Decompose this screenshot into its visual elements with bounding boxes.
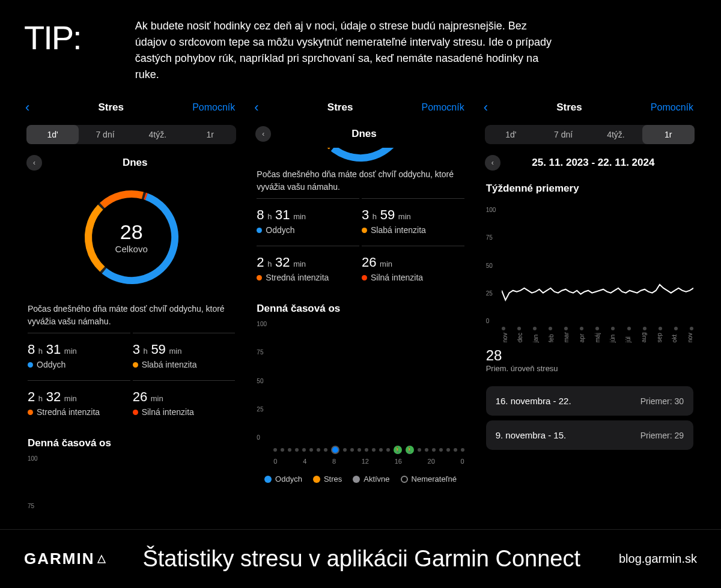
metric-Silná intenzita: 26 minSilná intenzita xyxy=(133,380,236,425)
weekly-averages-title: Týždenné priemery xyxy=(478,177,702,201)
prev-date-button[interactable]: ‹ xyxy=(26,155,42,171)
page-title: Stres xyxy=(98,102,124,114)
timeline-title: Denná časová os xyxy=(248,291,472,321)
metric-Oddych: 8 h 31 minOddych xyxy=(28,333,130,378)
overall-stress-value: 28 xyxy=(115,220,148,244)
back-icon[interactable]: ‹ xyxy=(484,100,488,115)
segment-1d'[interactable]: 1d' xyxy=(26,125,79,144)
overall-stress-label: Celkovo xyxy=(115,244,148,254)
legend-Aktívne: Aktívne xyxy=(353,474,389,483)
metric-Stredná intenzita: 2 h 32 minStredná intenzita xyxy=(28,380,130,425)
page-title: Stres xyxy=(556,102,582,114)
screen-day-scrolled: ‹ Stres Pomocník ‹ Dnes Počas dnešného d… xyxy=(248,95,472,509)
prev-date-button[interactable]: ‹ xyxy=(255,126,271,142)
stress-description: Počas dnešného dňa máte dosť chvíľ oddyc… xyxy=(19,298,243,333)
page-title: Stres xyxy=(327,102,353,114)
segment-1d'[interactable]: 1d' xyxy=(485,125,537,144)
week-row[interactable]: 9. novembra - 15.Priemer: 29 xyxy=(486,420,693,450)
segment-1r[interactable]: 1r xyxy=(642,125,695,144)
avg-stress-label: Priem. úroveň stresu xyxy=(486,364,693,373)
help-link[interactable]: Pomocník xyxy=(651,102,693,113)
metric-Stredná intenzita: 2 h 32 minStredná intenzita xyxy=(257,246,359,291)
daily-timeline-chart-cropped: 10075 xyxy=(28,455,235,509)
back-icon[interactable]: ‹ xyxy=(254,100,258,115)
time-range-segment[interactable]: 1d'7 dní4týž.1r xyxy=(26,125,236,144)
tip-text: Ak budete nosiť hodinky cez deň aj v noc… xyxy=(135,18,556,83)
screen-year: ‹ Stres Pomocník 1d'7 dní4týž.1r ‹ 25. 1… xyxy=(478,95,702,509)
date-label: Dnes xyxy=(278,128,449,140)
stress-donut-bottom-slice xyxy=(309,148,412,163)
metric-Oddych: 8 h 31 minOddych xyxy=(257,198,359,243)
metric-Silná intenzita: 26 minSilná intenzita xyxy=(362,246,464,291)
avg-stress-value: 28 xyxy=(486,347,693,364)
tip-label: TIP: xyxy=(24,18,81,57)
daily-timeline-chart: 1007550250 xyxy=(257,321,464,441)
footer-title: Štatistiky stresu v aplikácii Garmin Con… xyxy=(142,546,619,572)
stress-description: Počas dnešného dňa máte dosť chvíľ oddyc… xyxy=(248,163,472,198)
date-range-label: 25. 11. 2023 - 22. 11. 2024 xyxy=(508,157,679,169)
segment-7 dní[interactable]: 7 dní xyxy=(537,125,589,144)
back-icon[interactable]: ‹ xyxy=(25,100,29,115)
help-link[interactable]: Pomocník xyxy=(422,102,464,113)
footer-url: blog.garmin.sk xyxy=(619,552,697,566)
prev-date-button[interactable]: ‹ xyxy=(485,155,500,171)
zigzag-border xyxy=(0,580,721,588)
screen-day: ‹ Stres Pomocník 1d'7 dní4týž.1r ‹ Dnes … xyxy=(19,95,243,509)
legend-Nemerateľné: Nemerateľné xyxy=(401,474,457,483)
legend-Stres: Stres xyxy=(313,474,342,483)
weekly-averages-chart: 1007550250 novdecjanfebmaraprmájjúnjúlau… xyxy=(486,207,693,339)
svg-point-5 xyxy=(309,148,412,163)
date-label: Dnes xyxy=(49,157,221,169)
segment-4týž.[interactable]: 4týž. xyxy=(132,125,184,144)
time-range-segment[interactable]: 1d'7 dní4týž.1r xyxy=(485,125,695,144)
legend-Oddych: Oddych xyxy=(264,474,302,483)
week-row[interactable]: 16. novembra - 22.Priemer: 30 xyxy=(486,386,693,416)
segment-1r[interactable]: 1r xyxy=(184,125,236,144)
timeline-title: Denná časová os xyxy=(19,425,243,455)
segment-4týž.[interactable]: 4týž. xyxy=(589,125,642,144)
metric-Slabá intenzita: 3 h 59 minSlabá intenzita xyxy=(133,333,236,378)
metric-Slabá intenzita: 3 h 59 minSlabá intenzita xyxy=(362,198,464,243)
help-link[interactable]: Pomocník xyxy=(192,102,235,113)
segment-7 dní[interactable]: 7 dní xyxy=(79,125,131,144)
garmin-logo: GARMIN xyxy=(24,550,106,568)
